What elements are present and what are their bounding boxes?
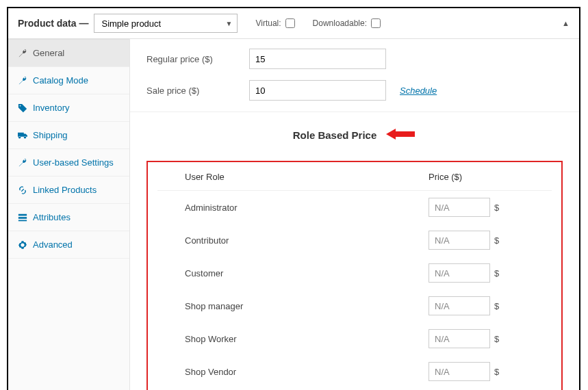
tag-icon xyxy=(18,103,27,113)
role-row: Contributor$ xyxy=(157,224,552,257)
role-price-input[interactable] xyxy=(429,198,490,217)
role-based-heading: Role Based Price xyxy=(146,127,563,143)
sidebar: GeneralCatalog ModeInventoryShippingUser… xyxy=(8,39,130,390)
role-row: Shop manager$ xyxy=(157,289,552,322)
sidebar-item-label: Linked Products xyxy=(33,185,97,195)
sidebar-item-label: User-based Settings xyxy=(33,157,114,168)
virtual-label: Virtual: xyxy=(255,18,281,28)
role-row: Administrator$ xyxy=(157,191,552,224)
regular-price-label: Regular price ($) xyxy=(146,54,249,64)
role-name: Shop Vendor xyxy=(185,367,429,377)
regular-price-row: Regular price ($) xyxy=(146,49,563,69)
price-cell: $ xyxy=(429,329,524,348)
currency-symbol: $ xyxy=(494,268,499,278)
gear-icon xyxy=(18,240,27,250)
role-row: Shop Vendor$ xyxy=(157,355,552,388)
role-price-input[interactable] xyxy=(429,362,490,381)
price-cell: $ xyxy=(429,362,524,381)
currency-symbol: $ xyxy=(494,334,499,344)
role-name: Shop Worker xyxy=(185,334,429,344)
list-icon xyxy=(18,213,27,222)
virtual-checkbox[interactable] xyxy=(285,18,295,28)
svg-rect-2 xyxy=(18,220,27,221)
downloadable-option: Downloadable: xyxy=(313,18,381,28)
price-cell: $ xyxy=(429,263,524,283)
currency-symbol: $ xyxy=(494,235,499,246)
sidebar-item-label: Shipping xyxy=(33,130,68,140)
role-price-input[interactable] xyxy=(429,263,490,283)
role-name: Customer xyxy=(185,268,429,278)
sale-price-label: Sale price ($) xyxy=(146,86,249,96)
role-name: Shop manager xyxy=(185,301,429,311)
virtual-option: Virtual: xyxy=(255,18,294,28)
sidebar-item-general[interactable]: General xyxy=(8,39,129,67)
arrow-left-icon xyxy=(385,127,416,143)
sidebar-item-label: Advanced xyxy=(33,239,73,250)
role-row: Customer$ xyxy=(157,257,552,289)
regular-price-input[interactable] xyxy=(249,49,386,69)
collapse-icon[interactable]: ▲ xyxy=(562,19,570,27)
svg-rect-1 xyxy=(18,217,27,219)
divider xyxy=(130,112,579,112)
currency-symbol: $ xyxy=(494,203,499,213)
role-heading-text: Role Based Price xyxy=(293,129,377,141)
downloadable-label: Downloadable: xyxy=(313,18,367,28)
svg-rect-0 xyxy=(18,213,27,216)
role-price-highlight: User Role Price ($) Administrator$Contri… xyxy=(146,161,563,390)
sidebar-item-label: Catalog Mode xyxy=(33,75,88,86)
sale-price-row: Sale price ($) Schedule xyxy=(146,80,563,101)
panel-title: Product data — xyxy=(18,18,88,29)
wrench-icon xyxy=(18,76,27,86)
sale-price-input[interactable] xyxy=(249,80,386,101)
wrench-icon xyxy=(18,49,27,58)
sidebar-item-linked-products[interactable]: Linked Products xyxy=(8,177,129,204)
role-price-input[interactable] xyxy=(429,231,490,250)
role-price-table: User Role Price ($) Administrator$Contri… xyxy=(157,168,552,388)
sidebar-item-inventory[interactable]: Inventory xyxy=(8,94,129,122)
sidebar-item-attributes[interactable]: Attributes xyxy=(8,204,129,231)
content: Regular price ($) Sale price ($) Schedul… xyxy=(130,39,579,390)
role-name: Contributor xyxy=(185,235,429,246)
panel-body: GeneralCatalog ModeInventoryShippingUser… xyxy=(8,39,579,390)
panel-header: Product data — Simple product ▼ Virtual:… xyxy=(8,8,579,39)
price-cell: $ xyxy=(429,198,524,217)
sidebar-item-label: Attributes xyxy=(33,212,71,222)
product-type-select-wrap: Simple product ▼ xyxy=(94,14,238,33)
price-cell: $ xyxy=(429,296,524,315)
sidebar-item-catalog-mode[interactable]: Catalog Mode xyxy=(8,67,129,94)
sidebar-item-shipping[interactable]: Shipping xyxy=(8,122,129,149)
role-name: Administrator xyxy=(185,203,429,213)
sidebar-item-advanced[interactable]: Advanced xyxy=(8,231,129,259)
link-icon xyxy=(18,185,27,195)
price-cell: $ xyxy=(429,231,524,250)
product-type-select[interactable]: Simple product xyxy=(94,14,238,33)
product-data-panel: Product data — Simple product ▼ Virtual:… xyxy=(7,7,580,390)
downloadable-checkbox[interactable] xyxy=(371,18,381,28)
role-row: Shop Worker$ xyxy=(157,322,552,355)
sidebar-item-user-based-settings[interactable]: User-based Settings xyxy=(8,149,129,177)
role-price-input[interactable] xyxy=(429,296,490,315)
currency-symbol: $ xyxy=(494,301,499,311)
col-user-role: User Role xyxy=(185,172,429,182)
truck-icon xyxy=(18,131,27,140)
col-price: Price ($) xyxy=(429,172,524,182)
sidebar-item-label: General xyxy=(33,48,64,58)
sidebar-item-label: Inventory xyxy=(33,103,69,113)
schedule-link[interactable]: Schedule xyxy=(400,86,437,96)
currency-symbol: $ xyxy=(494,367,499,377)
wrench-icon xyxy=(18,158,27,168)
role-table-header: User Role Price ($) xyxy=(157,168,552,191)
role-price-input[interactable] xyxy=(429,329,490,348)
